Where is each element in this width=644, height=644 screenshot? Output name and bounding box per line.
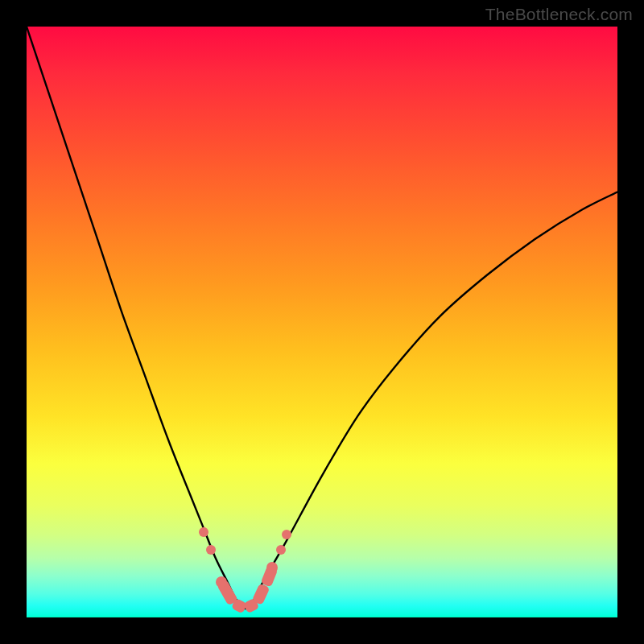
bottleneck-curve (27, 27, 617, 617)
trough-marker-dot (276, 545, 286, 555)
trough-marker-dot (266, 562, 278, 573)
trough-marker-dot (206, 545, 216, 555)
trough-marker-dot (199, 527, 208, 537)
plot-area (27, 27, 617, 617)
outer-frame: TheBottleneck.com (0, 0, 644, 644)
watermark-text: TheBottleneck.com (485, 5, 633, 24)
plot-bottom-edge (27, 616, 617, 617)
